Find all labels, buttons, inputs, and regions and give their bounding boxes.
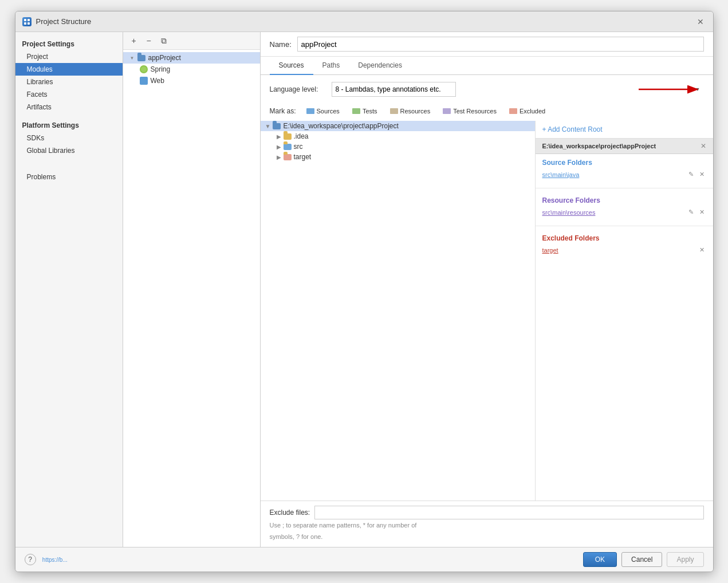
excluded-folder-row: target ✕ [542, 245, 706, 255]
name-bar: Name: [261, 32, 713, 57]
src-folder-label: src [294, 143, 303, 151]
content-root-path: E:\idea_workspace\project\appProject [542, 143, 656, 149]
sidebar-item-libraries[interactable]: Libraries [15, 76, 123, 88]
exclude-files-input[interactable] [314, 506, 703, 519]
tab-sources[interactable]: Sources [270, 57, 313, 75]
apply-button[interactable]: Apply [667, 552, 703, 567]
file-tree-src[interactable]: ▶ src [261, 141, 535, 152]
project-structure-dialog: Project Structure ✕ Project Settings Pro… [15, 11, 714, 572]
sources-folder-icon [306, 108, 314, 114]
sidebar-item-problems[interactable]: Problems [15, 171, 123, 183]
tab-dependencies[interactable]: Dependencies [349, 57, 411, 75]
src-arrow: ▶ [277, 144, 281, 150]
main-panel: Name: Sources Paths Dependencies Languag… [261, 32, 713, 547]
hint-text-2: symbols, ? for one. [270, 531, 704, 542]
test-resources-folder-icon [443, 108, 451, 114]
file-tree-target[interactable]: ▶ target [261, 152, 535, 162]
remove-module-button[interactable]: − [143, 34, 155, 47]
mark-test-resources-button[interactable]: Test Resources [438, 106, 501, 116]
target-folder-icon [284, 153, 292, 161]
tree-item-spring[interactable]: Spring [123, 64, 260, 75]
resource-folder-actions: ✎ ✕ [687, 208, 706, 216]
cancel-button[interactable]: Cancel [621, 552, 662, 567]
tree-label-appproject: appProject [148, 54, 181, 62]
mark-tests-button[interactable]: Tests [348, 106, 382, 116]
ok-button[interactable]: OK [583, 552, 617, 567]
module-tree-panel: + − ⧉ ▼ appProject Spring [123, 32, 261, 547]
resource-folder-remove-button[interactable]: ✕ [698, 208, 706, 216]
source-folder-remove-button[interactable]: ✕ [698, 170, 706, 179]
excluded-folder-remove-button[interactable]: ✕ [698, 246, 706, 254]
language-level-select-wrapper: 8 - Lambdas, type annotations etc. [332, 82, 704, 97]
footer-left: ? https://b... [25, 554, 68, 565]
mark-sources-label: Sources [317, 108, 340, 115]
file-tree-idea[interactable]: ▶ .idea [261, 131, 535, 141]
url-hint: https://b... [42, 557, 68, 563]
idea-folder-icon [284, 132, 292, 140]
exclude-files-row: Exclude files: [270, 506, 704, 519]
target-arrow: ▶ [277, 154, 281, 160]
add-module-button[interactable]: + [128, 34, 140, 47]
tree-item-web[interactable]: Web [123, 75, 260, 86]
tree-toolbar: + − ⧉ [123, 32, 260, 50]
split-area: ▼ E:\idea_workspace\project\appProject ▶ [261, 121, 713, 501]
copy-module-button[interactable]: ⧉ [158, 34, 170, 47]
resources-folder-icon [390, 108, 398, 114]
right-panel: + Add Content Root E:\idea_workspace\pro… [536, 121, 713, 501]
mark-excluded-button[interactable]: Excluded [505, 106, 550, 116]
divider-2 [536, 226, 713, 226]
mark-sources-button[interactable]: Sources [302, 106, 344, 116]
mark-resources-button[interactable]: Resources [385, 106, 435, 116]
mark-excluded-label: Excluded [520, 108, 545, 115]
tree-label-spring: Spring [151, 65, 171, 73]
tree-item-appproject[interactable]: ▼ appProject [123, 52, 260, 64]
source-folder-actions: ✎ ✕ [687, 170, 706, 179]
help-button[interactable]: ? [25, 554, 36, 565]
svg-rect-3 [27, 22, 30, 25]
resource-folder-path[interactable]: src\main\resources [542, 209, 596, 216]
name-label: Name: [270, 40, 293, 49]
mark-tests-label: Tests [363, 108, 377, 115]
add-content-root-button[interactable]: + Add Content Root [536, 121, 713, 139]
sidebar-item-modules[interactable]: Modules [15, 63, 123, 76]
root-path-label: E:\idea_workspace\project\appProject [283, 122, 398, 130]
dialog-icon [22, 17, 32, 26]
file-tree-root[interactable]: ▼ E:\idea_workspace\project\appProject [261, 121, 535, 131]
source-folder-path[interactable]: src\main\java [542, 171, 580, 178]
tab-paths[interactable]: Paths [313, 57, 349, 75]
source-folders-title: Source Folders [542, 159, 706, 167]
resource-folders-section: Resource Folders src\main\resources ✎ ✕ [536, 192, 713, 222]
language-level-row: Language level: 8 - Lambdas, type annota… [261, 75, 713, 104]
svg-rect-2 [24, 22, 26, 25]
content-area: Project Settings Project Modules Librari… [15, 32, 713, 547]
excluded-folder-path[interactable]: target [542, 247, 558, 254]
sidebar-item-artifacts[interactable]: Artifacts [15, 101, 123, 113]
title-bar-left: Project Structure [22, 17, 92, 26]
excluded-folder-icon [509, 108, 517, 114]
content-root-close-button[interactable]: ✕ [701, 142, 706, 150]
spring-icon [139, 65, 148, 74]
module-tree-content: ▼ appProject Spring Web [123, 50, 260, 547]
sidebar-item-project[interactable]: Project [15, 50, 123, 63]
divider-1 [536, 188, 713, 188]
mark-as-row: Mark as: Sources Tests Resources [261, 104, 713, 121]
idea-arrow: ▶ [277, 133, 281, 140]
excluded-folders-section: Excluded Folders target ✕ [536, 230, 713, 260]
source-folder-edit-button[interactable]: ✎ [687, 170, 695, 179]
language-level-select[interactable]: 8 - Lambdas, type annotations etc. [332, 82, 456, 97]
mark-resources-label: Resources [400, 108, 431, 115]
excluded-folders-title: Excluded Folders [542, 234, 706, 242]
platform-settings-header: Platform Settings [15, 118, 123, 132]
svg-rect-0 [24, 19, 26, 21]
tree-label-web: Web [151, 77, 164, 85]
idea-folder-label: .idea [294, 132, 309, 140]
resource-folder-row: src\main\resources ✎ ✕ [542, 207, 706, 218]
project-settings-header: Project Settings [15, 37, 123, 50]
file-tree: ▼ E:\idea_workspace\project\appProject ▶ [261, 121, 536, 501]
name-input[interactable] [297, 37, 704, 52]
sidebar-item-global-libraries[interactable]: Global Libraries [15, 144, 123, 157]
resource-folder-edit-button[interactable]: ✎ [687, 208, 695, 216]
sidebar-item-sdks[interactable]: SDKs [15, 132, 123, 144]
sidebar-item-facets[interactable]: Facets [15, 88, 123, 101]
close-button[interactable]: ✕ [695, 16, 706, 27]
